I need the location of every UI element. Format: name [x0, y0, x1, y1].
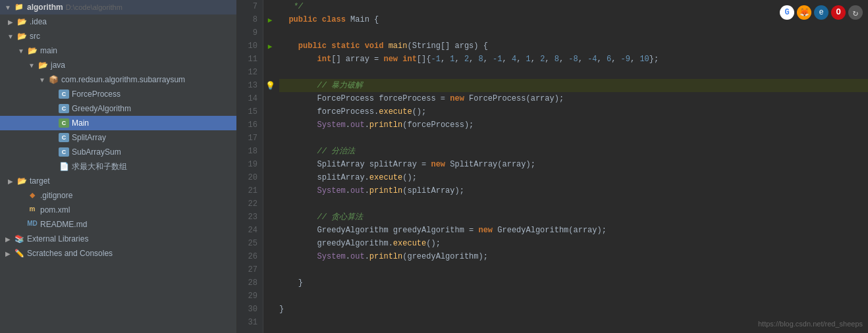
gutter-13[interactable]: 💡: [263, 79, 277, 92]
fp-label: ForceProcess: [72, 90, 121, 99]
fn-main-10: main: [389, 41, 408, 51]
main-arrow: ▼: [16, 47, 26, 55]
ga-label: GreedyAlgorithm: [72, 104, 131, 113]
sidebar-item-package[interactable]: ▼ 📦 com.redsun.algorithm.subarraysum: [0, 72, 236, 87]
sidebar-item-target[interactable]: ▶ 📂 target: [0, 174, 236, 188]
sidebar-item-subarraysum[interactable]: C SubArraySum: [0, 145, 236, 159]
kw-new-14: new: [450, 94, 464, 103]
out-21: out: [350, 186, 365, 195]
sidebar-item-pom[interactable]: m pom.xml: [0, 203, 236, 217]
code-line-17: [279, 132, 868, 145]
line-num-31: 31: [237, 316, 258, 329]
code-content: 7 8 9 10 11 12 13 14 15 16 17 18 19 20 2…: [237, 0, 868, 333]
gutter-8[interactable]: ▶: [263, 13, 277, 26]
line-num-30: 30: [237, 303, 258, 316]
toolbar-icons: G 🦊 e O ↻: [780, 5, 863, 20]
line-num-18: 18: [237, 145, 258, 158]
warning-icon-13: 💡: [265, 81, 275, 91]
line-num-13: 13: [237, 79, 258, 92]
main-cls-icon: C: [58, 118, 70, 128]
google-chrome-icon[interactable]: G: [780, 5, 794, 20]
kw-new-24: new: [478, 226, 493, 235]
sidebar-item-external[interactable]: ▶ 📚 External Libraries: [0, 232, 236, 246]
idea-arrow: ▶: [5, 18, 16, 26]
fn-execute-20: execute: [369, 173, 402, 182]
kw-new-11: new: [383, 55, 398, 64]
cls-main-8: Main: [350, 15, 369, 24]
fn-execute-25: execute: [393, 239, 426, 248]
project-path: D:\code\algorithm: [66, 3, 122, 11]
java-folder-icon: 📂: [37, 61, 49, 70]
code-line-27: [279, 263, 868, 276]
cls-ga-24: GreedyAlgorithm: [317, 226, 389, 235]
gutter-12: [263, 66, 277, 79]
code-line-16: System.out.println(forceProcess);: [279, 118, 868, 132]
opera-icon[interactable]: O: [831, 5, 846, 20]
line-num-29: 29: [237, 290, 258, 303]
watermark: https://blog.csdn.net/red_sheeps: [758, 320, 863, 328]
gutter-9: [263, 26, 277, 39]
gi-icon: ◆: [26, 191, 38, 200]
sidebar-item-gitignore[interactable]: ◆ .gitignore: [0, 188, 236, 203]
sidebar-item-forceprocess[interactable]: C ForceProcess: [0, 87, 236, 101]
code-line-15: forceProcess.execute();: [279, 105, 868, 118]
project-root[interactable]: ▼ 📁 algorithm D:\code\algorithm: [0, 0, 236, 14]
kw-int2-11: int: [402, 55, 417, 64]
sidebar-item-scratches[interactable]: ▶ ✏️ Scratches and Consoles: [0, 246, 236, 261]
ext-icon: 📚: [13, 234, 25, 243]
line-num-22: 22: [237, 197, 258, 211]
run-arrow-10: ▶: [268, 42, 273, 51]
readme-icon: MD: [26, 220, 38, 229]
line-num-24: 24: [237, 224, 258, 237]
sidebar-item-readme[interactable]: MD README.md: [0, 217, 236, 232]
main-cls-label: Main: [72, 118, 89, 128]
code-line-13: // 暴力破解: [279, 79, 868, 92]
cmt-18: // 分治法: [317, 147, 356, 156]
gutter-10[interactable]: ▶: [263, 39, 277, 53]
ext-label: External Libraries: [27, 234, 88, 243]
target-arrow: ▶: [5, 178, 16, 185]
sidebar-item-maxsub[interactable]: 📄 求最大和子数组: [0, 159, 236, 174]
gutter-15: [263, 105, 277, 118]
sas-label: SubArraySum: [72, 147, 121, 157]
refresh-icon[interactable]: ↻: [848, 5, 863, 20]
sidebar: ▼ 📁 algorithm D:\code\algorithm ▶ 📂 .ide…: [0, 0, 237, 333]
cmt-23: // 贪心算法: [317, 213, 364, 222]
package-icon: 📦: [47, 75, 59, 84]
line-num-27: 27: [237, 263, 258, 276]
code-line-30: }: [279, 303, 868, 316]
line-num-23: 23: [237, 211, 258, 224]
target-folder-icon: 📂: [16, 176, 28, 186]
code-line-20: splitArray.execute();: [279, 171, 868, 184]
code-line-26: System.out.println(greedyAlgorithm);: [279, 250, 868, 263]
cls-string-10: String: [412, 41, 441, 51]
sidebar-item-java[interactable]: ▼ 📂 java: [0, 58, 236, 72]
code-lines: */ public class Main { public static voi…: [277, 0, 868, 333]
line-num-8: 8: [237, 13, 258, 26]
ie-icon[interactable]: e: [814, 5, 828, 20]
sidebar-item-greedy[interactable]: C GreedyAlgorithm: [0, 101, 236, 116]
main-label: main: [40, 46, 57, 55]
code-editor-area: G 🦊 e O ↻ 7 8 9 10 11 12 13 14 15 16 17 …: [237, 0, 868, 333]
gutter-22: [263, 197, 277, 211]
cmt-13: // 暴力破解: [317, 81, 364, 90]
sidebar-item-splitarray[interactable]: C SplitArray: [0, 130, 236, 145]
gutter-31: [263, 316, 277, 329]
ext-arrow: ▶: [3, 236, 13, 243]
sidebar-item-src[interactable]: ▼ 📂 src: [0, 29, 236, 43]
pom-icon: m: [26, 205, 38, 215]
code-line-21: System.out.println(splitArray);: [279, 184, 868, 197]
target-label: target: [30, 176, 50, 186]
sidebar-item-idea[interactable]: ▶ 📂 .idea: [0, 14, 236, 29]
code-gutter: ▶ ▶ 💡: [263, 0, 277, 333]
firefox-icon[interactable]: 🦊: [797, 5, 811, 20]
sidebar-item-main[interactable]: ▼ 📂 main: [0, 43, 236, 58]
gutter-27: [263, 263, 277, 276]
gutter-23: [263, 211, 277, 224]
kw-int-11: int: [317, 55, 332, 64]
code-line-22: [279, 197, 868, 211]
sidebar-item-main-class[interactable]: C Main: [0, 116, 236, 130]
line-num-12: 12: [237, 66, 258, 79]
line-num-17: 17: [237, 132, 258, 145]
code-line-12: [279, 66, 868, 79]
